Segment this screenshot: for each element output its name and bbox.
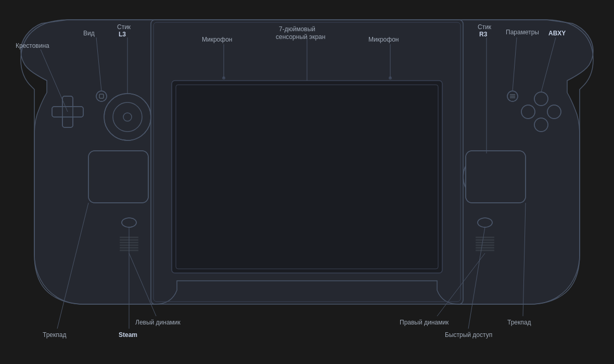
device-diagram: .dev-stroke { stroke: #4a5568; stroke-wi… bbox=[0, 0, 614, 364]
svg-rect-51 bbox=[476, 250, 494, 251]
label-trekpad-right: Трекпад bbox=[507, 319, 531, 326]
label-abxy: ABXY bbox=[548, 30, 566, 37]
svg-rect-46 bbox=[476, 237, 494, 238]
svg-rect-49 bbox=[476, 244, 494, 246]
label-leviy-dinamik: Левый динамик bbox=[135, 319, 181, 326]
label-bistriy-dostup: Быстрый доступ bbox=[445, 331, 492, 339]
svg-rect-50 bbox=[476, 247, 494, 249]
label-screen-line1: 7-дюймовый bbox=[279, 25, 315, 33]
label-praviy-dinamik: Правый динамик bbox=[400, 319, 449, 326]
label-krestovina: Крестовина bbox=[16, 42, 49, 49]
label-mikrofon-right: Микрофон bbox=[368, 36, 399, 43]
svg-rect-2 bbox=[172, 81, 442, 273]
label-stik-r3-line2: R3 bbox=[479, 31, 488, 38]
label-trekpad-left: Трекпад bbox=[43, 331, 66, 339]
label-mikrofon-left: Микрофон bbox=[202, 36, 232, 43]
label-screen-line2: сенсорный экран bbox=[276, 33, 325, 41]
label-stik-l3-line2: L3 bbox=[119, 31, 126, 38]
diagram-container: .dev-stroke { stroke: #4a5568; stroke-wi… bbox=[0, 0, 614, 364]
svg-rect-15 bbox=[88, 151, 148, 203]
label-stik-l3-line1: Стик bbox=[117, 23, 131, 31]
label-steam: Steam bbox=[119, 331, 137, 339]
label-vid: Вид bbox=[83, 30, 95, 37]
svg-rect-48 bbox=[476, 242, 494, 243]
svg-rect-47 bbox=[476, 239, 494, 241]
label-parametry: Параметры bbox=[506, 29, 539, 36]
svg-rect-42 bbox=[466, 151, 526, 203]
label-stik-r3-line1: Стик bbox=[478, 23, 492, 31]
